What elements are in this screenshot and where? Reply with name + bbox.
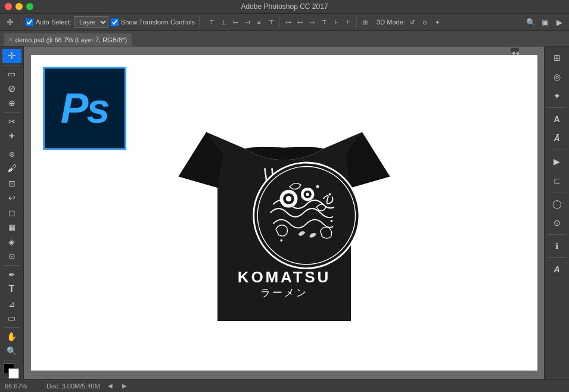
lasso-tool-button[interactable]: ⊘ [2, 82, 21, 96]
window-controls [5, 3, 33, 10]
right-panel-separator-4 [548, 234, 566, 235]
distribute-2-icon[interactable]: ⊷ [295, 17, 306, 27]
auto-select-checkbox[interactable] [26, 18, 33, 26]
status-doc: Doc: 3.00M/5.40M [46, 382, 100, 390]
healing-brush-button[interactable]: ⊛ [2, 147, 21, 161]
rectangle-tool-button[interactable]: ▭ [2, 312, 21, 326]
brush-tool-button[interactable]: 🖌 [2, 161, 21, 176]
document-tab[interactable]: × demo.psd @ 66.7% (Layer 7, RGB/8*) [4, 33, 132, 46]
orbit-3d-icon[interactable]: ⊙ [419, 17, 430, 27]
zoom-tool-button[interactable]: 🔍 [2, 344, 21, 359]
color-picker[interactable] [2, 363, 21, 377]
tab-label: demo.psd @ 66.7% (Layer 7, RGB/8*) [15, 36, 127, 43]
distribute-6-icon[interactable]: ⊧ [343, 17, 353, 27]
right-panel-separator-5 [548, 257, 566, 258]
clone-stamp-button[interactable]: ⊡ [2, 176, 21, 191]
app-title: Adobe Photoshop CC 2017 [241, 2, 328, 11]
hand-tool-button[interactable]: ✋ [2, 329, 21, 344]
align-icons-group: ⊤ ⊥ ⊢ ⊣ ≡ ⊤ ⊶ ⊷ ⊸ ⊤ ⊦ ⊧ ⊞ [206, 16, 371, 28]
align-bottom-icon[interactable]: ⊢ [230, 17, 241, 27]
pen-tool-button[interactable]: ✒ [2, 267, 21, 282]
status-nav-next[interactable]: ▶ [120, 382, 129, 390]
svg-point-9 [306, 192, 309, 196]
crop-tool-button[interactable]: ✂ [2, 114, 21, 129]
align-hcenter-icon[interactable]: ≡ [254, 17, 265, 27]
distribute-3-icon[interactable]: ⊸ [307, 17, 318, 27]
history-brush-button[interactable]: ↩ [2, 191, 21, 205]
svg-text:KOMATSU: KOMATSU [237, 268, 330, 286]
svg-point-13 [330, 220, 332, 222]
brushes-panel-button[interactable]: ⊙ [547, 214, 567, 232]
minimize-button[interactable] [15, 3, 23, 10]
character-panel-button[interactable]: A [547, 110, 567, 128]
threed-mode-area: 3D Mode: ↺ ⊙ ✦ [377, 17, 443, 27]
align-right-icon[interactable]: ⊤ [266, 17, 276, 27]
marquee-tool-button[interactable]: ▭ [2, 67, 21, 81]
move-tool-button[interactable]: ✛ [2, 49, 21, 63]
layer-select[interactable]: Layer [74, 16, 108, 28]
eraser-tool-button[interactable]: ◻ [2, 206, 21, 220]
tool-separator-4 [4, 265, 20, 266]
svg-point-6 [285, 196, 291, 201]
tool-separator-3 [4, 145, 20, 145]
status-nav-prev[interactable]: ◀ [106, 382, 114, 390]
tab-close-icon[interactable]: × [9, 36, 13, 43]
tab-bar: × demo.psd @ 66.7% (Layer 7, RGB/8*) [0, 31, 569, 46]
svg-point-2 [253, 163, 359, 268]
tool-separator-6 [4, 360, 20, 360]
distribute-5-icon[interactable]: ⊦ [331, 17, 341, 27]
svg-text:ラーメン: ラーメン [260, 287, 307, 298]
tool-separator-5 [4, 327, 20, 328]
paragraph-panel-button[interactable]: Ā [547, 129, 567, 147]
workspace-icon[interactable]: ▣ [539, 16, 551, 28]
canvas-document: Ps [31, 55, 537, 371]
toolbar-divider [21, 16, 21, 28]
channels-panel-button[interactable]: ◎ [547, 68, 567, 86]
svg-point-12 [280, 239, 282, 242]
maximize-button[interactable] [26, 3, 33, 10]
align-top-icon[interactable]: ⊤ [206, 17, 217, 27]
main-area: ✛ ▭ ⊘ ⊕ ✂ ✈ ⊛ 🖌 ⊡ ↩ ◻ [0, 46, 569, 379]
svg-point-11 [328, 193, 331, 195]
status-bar: 66.67% Doc: 3.00M/5.40M ◀ ▶ [0, 379, 569, 392]
right-panel-separator [548, 107, 566, 108]
paths-panel-button[interactable]: ✦ [547, 87, 567, 105]
right-panel: ⊞ ◎ ✦ A Ā ▶ ⊏ ◯ ⊙ ℹ A [544, 46, 569, 379]
actions-panel-button[interactable]: ▶ [547, 153, 567, 170]
arrange-icon[interactable]: ⊞ [360, 17, 371, 27]
transform-controls-checkbox[interactable] [111, 18, 119, 26]
right-panel-separator-3 [548, 192, 566, 192]
distribute-4-icon[interactable]: ⊤ [319, 17, 329, 27]
rotate-3d-icon[interactable]: ↺ [407, 17, 418, 27]
align-left-icon[interactable]: ⊣ [242, 17, 253, 27]
transform-controls-label[interactable]: Show Transform Controls [111, 18, 195, 26]
tshirt-svg: KOMATSU ラーメン [171, 88, 397, 338]
adjustments-panel-button[interactable]: ⊏ [547, 172, 567, 189]
canvas-area: ◀◀ Ps [24, 46, 544, 379]
tool-separator [4, 65, 20, 66]
pan-3d-icon[interactable]: ✦ [432, 17, 443, 27]
layers-panel-button[interactable]: ⊞ [547, 49, 567, 67]
zoom-level: 66.67% [5, 382, 41, 390]
move-tool-icon: ✛ [4, 15, 17, 29]
right-panel-icons: 🔍 ▣ ▶ [525, 16, 565, 28]
path-selection-button[interactable]: ⊿ [2, 297, 21, 311]
toolbar-divider-2 [199, 16, 200, 28]
close-button[interactable] [5, 3, 12, 10]
distrib-divider [356, 16, 357, 28]
auto-select-label[interactable]: Auto-Select: [26, 18, 71, 26]
glyphs-panel-button[interactable]: A [547, 260, 567, 278]
3d-panel-button[interactable]: ◯ [547, 195, 567, 213]
info-panel-button[interactable]: ℹ [547, 237, 567, 255]
distribute-1-icon[interactable]: ⊶ [283, 17, 294, 27]
left-tools-panel: ✛ ▭ ⊘ ⊕ ✂ ✈ ⊛ 🖌 ⊡ ↩ ◻ [0, 46, 24, 379]
eyedropper-button[interactable]: ✈ [2, 129, 21, 143]
quick-select-button[interactable]: ⊕ [2, 96, 21, 110]
panels-toggle-icon[interactable]: ▶ [554, 16, 565, 28]
search-icon[interactable]: 🔍 [525, 16, 537, 28]
dodge-tool-button[interactable]: ⊙ [2, 250, 21, 264]
type-tool-button[interactable]: T [2, 282, 21, 297]
align-vcenter-icon[interactable]: ⊥ [218, 17, 229, 27]
gradient-tool-button[interactable]: ▦ [2, 220, 21, 235]
blur-tool-button[interactable]: ◈ [2, 235, 21, 249]
